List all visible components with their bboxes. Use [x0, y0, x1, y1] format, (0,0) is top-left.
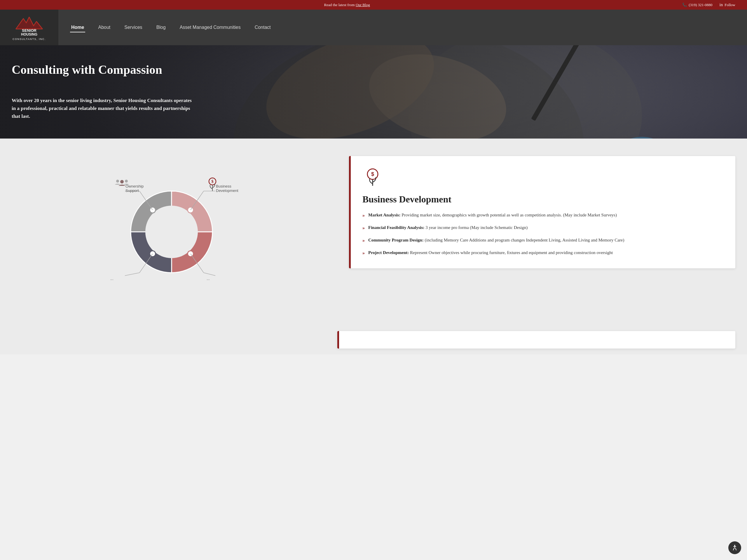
linkedin-container[interactable]: in Follow [719, 2, 735, 7]
top-bar-blog: Read the latest from Our Blog [12, 3, 682, 7]
nav-asset-managed[interactable]: Asset Managed Communities [179, 17, 242, 38]
nav-contact[interactable]: Contact [254, 17, 272, 38]
service-item-3-term: Community Program Design: [368, 238, 424, 242]
phone-container: 📞 (319) 321-0880 [682, 3, 712, 7]
service-item-4: » Project Development: Represent Owner o… [362, 249, 724, 257]
nav-home[interactable]: Home [70, 17, 85, 38]
circular-diagram: $ Ownership Support Business Development [102, 162, 241, 308]
svg-text:SENIOR: SENIOR [22, 28, 36, 33]
svg-text:Business: Business [216, 184, 231, 188]
svg-point-11 [145, 206, 198, 258]
hero-section: Consulting with Compassion With over 20 … [0, 45, 747, 138]
svg-point-22 [116, 180, 119, 183]
svg-line-31 [125, 273, 139, 276]
diagram-container: $ Ownership Support Business Development [12, 156, 337, 314]
blog-prefix: Read the latest from [324, 3, 356, 7]
service-item-4-text: Project Development: Represent Owner obj… [368, 249, 613, 256]
svg-text:Ownership: Ownership [126, 184, 144, 188]
business-dev-icon: $ [362, 168, 383, 188]
svg-text:...: ... [110, 276, 113, 281]
chevron-icon-3: » [362, 237, 365, 244]
nav-blog[interactable]: Blog [155, 17, 167, 38]
service-card: $ Business Development » Market Analysis… [349, 156, 735, 268]
svg-line-33 [204, 273, 215, 276]
svg-text:$: $ [211, 179, 213, 184]
hero-description-block: With over 20 years in the senior living … [0, 91, 204, 132]
svg-text:HOUSING: HOUSING [21, 32, 37, 36]
service-item-1-desc: Providing market size, demographics with… [402, 213, 617, 217]
bottom-section [0, 331, 747, 354]
svg-text:...: ... [207, 276, 210, 281]
svg-text:$: $ [371, 171, 374, 177]
blog-link[interactable]: Our Blog [356, 3, 370, 7]
top-bar: Read the latest from Our Blog 📞 (319) 32… [0, 0, 747, 10]
service-card-icon: $ [362, 168, 724, 189]
nav-about[interactable]: About [97, 17, 111, 38]
logo-box: SENIOR HOUSING CONSULTANTS, INC. [0, 10, 58, 45]
svg-point-21 [125, 180, 128, 183]
service-items-list: » Market Analysis: Providing market size… [362, 212, 724, 257]
service-item-1-term: Market Analysis: [368, 213, 400, 217]
chevron-icon-4: » [362, 250, 365, 257]
logo: SENIOR HOUSING CONSULTANTS, INC. [10, 14, 48, 41]
services-section: $ Ownership Support Business Development [0, 138, 747, 331]
hero-content: Consulting with Compassion [0, 45, 747, 77]
service-item-3-desc: (including Memory Care Additions and pro… [424, 238, 624, 242]
service-item-3: » Community Program Design: (including M… [362, 237, 724, 244]
linkedin-icon: in [719, 2, 723, 7]
svg-text:Development: Development [216, 188, 238, 193]
logo-svg: SENIOR HOUSING [10, 14, 48, 37]
svg-point-20 [120, 180, 124, 183]
top-bar-right: 📞 (319) 321-0880 in Follow [682, 2, 735, 7]
nav-services[interactable]: Services [123, 17, 143, 38]
service-item-2-term: Financial Feasibility Analysis: [368, 225, 424, 230]
service-item-2-text: Financial Feasibility Analysis: 3 year i… [368, 224, 527, 231]
service-item-4-desc: Represent Owner objectives while procuri… [410, 250, 613, 255]
linkedin-label[interactable]: Follow [724, 3, 735, 7]
service-card-title: Business Development [362, 194, 724, 205]
business-icon: $ [209, 178, 216, 191]
phone-icon: 📞 [682, 3, 687, 7]
chevron-icon-2: » [362, 224, 365, 232]
main-nav: Home About Services Blog Asset Managed C… [58, 10, 747, 45]
service-item-4-term: Project Development: [368, 250, 409, 255]
phone-number[interactable]: (319) 321-0880 [689, 3, 712, 7]
service-item-1: » Market Analysis: Providing market size… [362, 212, 724, 219]
service-item-1-text: Market Analysis: Providing market size, … [368, 212, 617, 218]
hero-description: With over 20 years in the senior living … [12, 97, 192, 121]
partial-next-card [337, 331, 735, 349]
diagram-wrapper: $ Ownership Support Business Development [102, 162, 248, 308]
service-item-3-text: Community Program Design: (including Mem… [368, 237, 624, 243]
header: SENIOR HOUSING CONSULTANTS, INC. Home Ab… [0, 10, 747, 45]
svg-text:Support: Support [126, 188, 139, 193]
hero-title: Consulting with Compassion [12, 63, 735, 77]
chevron-icon-1: » [362, 212, 365, 219]
logo-subtitle: CONSULTANTS, INC. [12, 37, 46, 41]
service-item-2-desc: 3 year income pro forma (May include Sch… [426, 225, 527, 230]
service-item-2: » Financial Feasibility Analysis: 3 year… [362, 224, 724, 232]
